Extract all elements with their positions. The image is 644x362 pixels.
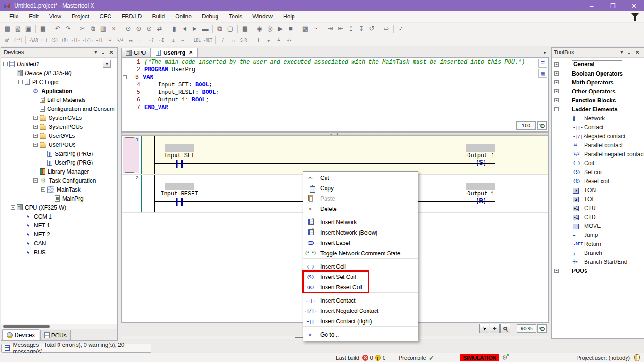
ladder-zoom-fit-icon[interactable] xyxy=(537,324,547,333)
toolbox-coil[interactable]: ( ) Coil xyxy=(552,159,644,168)
close-button[interactable]: ✕ xyxy=(623,0,644,11)
device-dropdown-button[interactable]: ▼ xyxy=(103,60,111,68)
toolbox-negated-contact[interactable]: -|/|- Negated contact xyxy=(552,132,644,141)
jump-icon[interactable]: → xyxy=(177,35,188,45)
devices-horizontal-scrollbar[interactable] xyxy=(1,324,117,329)
toolbox-expander[interactable]: + xyxy=(554,71,559,76)
tree-expander[interactable]: + xyxy=(33,125,38,129)
toolbox-expander[interactable]: + xyxy=(554,98,559,102)
insert-reset-coil-icon[interactable]: (R) xyxy=(60,35,70,45)
tree-expander[interactable]: − xyxy=(11,205,15,210)
check-icon[interactable]: ✓ xyxy=(396,24,406,34)
find-icon[interactable]: ⊙ xyxy=(123,24,134,34)
tree-item[interactable]: NET 2 xyxy=(1,230,117,239)
edge-icon[interactable]: ↑↓ xyxy=(228,35,238,45)
tab-close-icon[interactable]: ✕ xyxy=(189,50,193,56)
new-project-icon[interactable]: ▤ xyxy=(2,24,13,34)
tree-item[interactable]: NET 1 xyxy=(1,221,117,230)
menu-delete[interactable]: × Delete xyxy=(303,204,418,214)
close-icon[interactable]: ✕ xyxy=(108,50,115,56)
tree-item[interactable]: MainPrg xyxy=(1,194,117,203)
menu-insert-contact[interactable]: -||- Insert Contact xyxy=(303,295,418,306)
tree-expander[interactable]: − xyxy=(11,71,15,75)
ladder-zoom-value[interactable]: 90 % xyxy=(517,324,536,333)
tree-expander[interactable]: + xyxy=(33,116,38,120)
toolbox-expander[interactable]: + xyxy=(554,80,559,84)
toolbox-branch-startend[interactable]: ┼∗ Branch Start/End xyxy=(552,257,644,266)
redo-icon[interactable]: ↷ xyxy=(63,24,73,34)
restore-button[interactable]: ❐ xyxy=(602,0,623,11)
branch-icon[interactable]: ┣ xyxy=(253,35,263,45)
coil-symbol[interactable]: (R) xyxy=(460,197,502,205)
start-icon[interactable]: ▶ xyxy=(275,24,285,34)
tab-userprg[interactable]: UserPrg ✕ xyxy=(151,48,198,57)
toolbox-parallel-negated-contact[interactable]: ╘/╛ Parallel negated contact xyxy=(552,150,644,159)
login-icon[interactable]: ◉ xyxy=(254,24,265,34)
select-mode-button[interactable]: ▲ xyxy=(479,324,489,333)
copy-icon[interactable]: ⧉ xyxy=(88,24,98,34)
step-out-icon[interactable]: ↥ xyxy=(346,24,356,34)
tree-item[interactable]: Configuration and Consum xyxy=(1,104,117,113)
menu-cut[interactable]: ✂ Cut xyxy=(303,173,418,183)
st-zoom-value[interactable]: 100 xyxy=(516,121,536,130)
toolbox-jump[interactable]: → Jump xyxy=(552,230,644,239)
toolbox-ctu[interactable]: +1 CTU xyxy=(552,203,644,212)
tree-item[interactable]: − PLC Logic xyxy=(1,77,117,86)
menu-item[interactable]: FBD/LD xyxy=(117,12,147,21)
tree-item[interactable]: − MainTask xyxy=(1,185,117,194)
prev-bookmark-icon[interactable]: ◄ xyxy=(179,24,190,34)
menu-paste[interactable]: Paste xyxy=(303,194,418,204)
tree-item[interactable]: COM 1 xyxy=(1,212,117,221)
ladder-network-1[interactable]: 1 Input_SET Output_1 (S) xyxy=(122,136,548,175)
step-into-icon[interactable]: ⇤ xyxy=(335,24,346,34)
contact-symbol[interactable] xyxy=(176,198,183,206)
tree-item[interactable]: BUS xyxy=(1,248,117,257)
toolbox-reset-coil[interactable]: (R) Reset coil xyxy=(552,177,644,185)
toolbox-item[interactable]: + Boolean Operators xyxy=(552,69,644,78)
tree-item[interactable]: − Task Configuration xyxy=(1,176,117,185)
clock-icon[interactable]: ◔ xyxy=(310,24,321,34)
insert-network-icon[interactable]: ▤* xyxy=(2,35,13,45)
menu-insert-contact-right[interactable]: →|| Insert Contact (right) xyxy=(303,316,418,327)
st-zoom-icon[interactable] xyxy=(537,121,547,130)
toolbox-network[interactable]: Network xyxy=(552,114,644,123)
parallel-below-icon[interactable]: ╓╖ xyxy=(125,35,136,45)
tab-pous[interactable]: POUs xyxy=(40,330,71,340)
zoom-mode-button[interactable] xyxy=(500,324,510,333)
toolbox-expander[interactable]: − xyxy=(554,107,559,111)
undo-icon[interactable]: ↶ xyxy=(52,24,63,34)
tree-item[interactable]: StartPrg (PRG) xyxy=(1,149,117,158)
declaration-view-button[interactable]: ☰ xyxy=(538,59,547,68)
toolbox-item[interactable]: + General xyxy=(552,60,644,69)
insert-contact-icon[interactable]: -||- xyxy=(70,35,81,45)
parallel-negated-contact-icon[interactable]: ╘/╛ xyxy=(115,35,125,45)
tree-item[interactable]: Library Manager xyxy=(1,167,117,176)
menu-insert-negated-contact[interactable]: -|/|- Insert Negated Contact xyxy=(303,306,418,316)
messages-tab[interactable]: Messages - Total 0 error(s), 0 warning(s… xyxy=(1,344,151,353)
print-icon[interactable]: ▦ xyxy=(38,24,48,34)
toolbox-item[interactable]: − Ladder Elements xyxy=(552,105,644,114)
menu-item[interactable]: View xyxy=(44,12,67,21)
toolbox-set-coil[interactable]: (S) Set coil xyxy=(552,168,644,177)
menu-item[interactable]: File xyxy=(4,12,24,21)
fb-en-icon[interactable]: ▭E xyxy=(157,35,167,45)
return-icon[interactable]: ◂RET xyxy=(202,35,213,45)
menu-toggle-network-comment[interactable]: (* *) Toggle Network Comment State xyxy=(303,248,418,259)
toolbox-ctd[interactable]: -1 CTD xyxy=(552,212,644,221)
tree-item[interactable]: Bill of Materials xyxy=(1,95,117,104)
tree-item[interactable]: − UserPOUs xyxy=(1,140,117,149)
toolbox-expander[interactable]: + xyxy=(554,269,559,273)
coil-symbol[interactable]: (S) xyxy=(460,159,502,167)
tab-devices[interactable]: Devices xyxy=(2,329,39,340)
coil-label[interactable]: Output_1 xyxy=(460,191,502,197)
menu-item[interactable]: Window xyxy=(247,12,278,21)
close-icon[interactable]: ✕ xyxy=(634,50,641,56)
insert-set-coil-icon[interactable]: (S) xyxy=(50,35,60,45)
contact-label[interactable]: Input_SET xyxy=(158,152,201,159)
find-next-icon[interactable]: ⊙̲ xyxy=(134,24,144,34)
open-project-icon[interactable]: ▧ xyxy=(13,24,23,34)
menu-item[interactable]: Project xyxy=(67,12,94,21)
editor-splitter[interactable]: ▲ ▼ xyxy=(121,132,549,136)
toolbox-branch[interactable]: ┳ Branch xyxy=(552,248,644,257)
pin-icon[interactable] xyxy=(628,51,630,54)
